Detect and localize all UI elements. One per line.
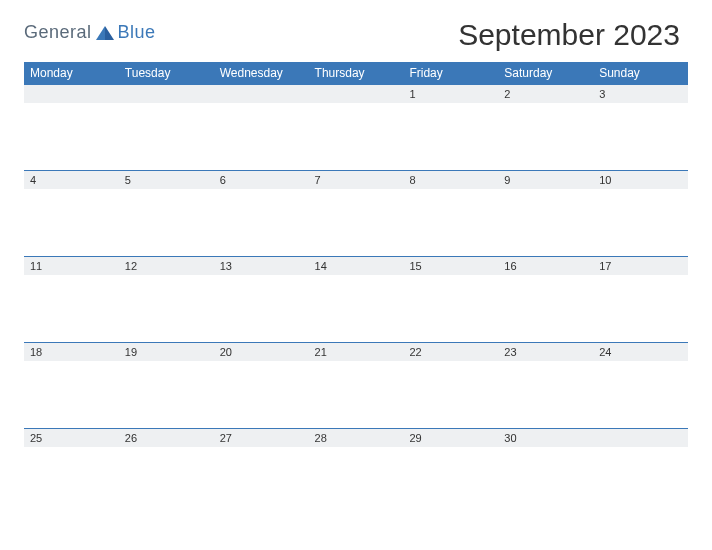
day-number <box>119 85 214 103</box>
day-cell: 14 <box>309 257 404 342</box>
day-number: 17 <box>593 257 688 275</box>
day-cell: 9 <box>498 171 593 256</box>
day-number: 15 <box>403 257 498 275</box>
day-number: 23 <box>498 343 593 361</box>
page-title: September 2023 <box>458 18 680 52</box>
day-number: 5 <box>119 171 214 189</box>
brand-name-1: General <box>24 22 92 43</box>
day-cell: 18 <box>24 343 119 428</box>
brand-logo: General Blue <box>24 22 156 43</box>
day-cell <box>214 85 309 170</box>
day-number: 13 <box>214 257 309 275</box>
day-cell: 13 <box>214 257 309 342</box>
header: General Blue September 2023 <box>24 18 688 52</box>
day-number: 21 <box>309 343 404 361</box>
day-header: Saturday <box>498 62 593 84</box>
day-number: 30 <box>498 429 593 447</box>
week-row: 25 26 27 28 29 30 <box>24 428 688 514</box>
day-cell: 7 <box>309 171 404 256</box>
day-number <box>214 85 309 103</box>
day-number: 8 <box>403 171 498 189</box>
day-number: 10 <box>593 171 688 189</box>
day-number: 16 <box>498 257 593 275</box>
week-row: 18 19 20 21 22 23 24 <box>24 342 688 428</box>
day-number: 29 <box>403 429 498 447</box>
day-number: 3 <box>593 85 688 103</box>
day-cell: 2 <box>498 85 593 170</box>
day-cell <box>593 429 688 514</box>
day-number: 20 <box>214 343 309 361</box>
day-cell: 28 <box>309 429 404 514</box>
day-cell: 11 <box>24 257 119 342</box>
day-cell: 19 <box>119 343 214 428</box>
day-cell: 10 <box>593 171 688 256</box>
day-cell <box>24 85 119 170</box>
day-cell: 3 <box>593 85 688 170</box>
day-number: 6 <box>214 171 309 189</box>
day-cell: 4 <box>24 171 119 256</box>
brand-name-2: Blue <box>118 22 156 43</box>
day-number: 27 <box>214 429 309 447</box>
day-cell: 1 <box>403 85 498 170</box>
day-cell: 17 <box>593 257 688 342</box>
day-cell: 20 <box>214 343 309 428</box>
day-cell: 29 <box>403 429 498 514</box>
day-cell: 23 <box>498 343 593 428</box>
day-cell: 26 <box>119 429 214 514</box>
day-number: 19 <box>119 343 214 361</box>
day-cell: 21 <box>309 343 404 428</box>
day-cell: 12 <box>119 257 214 342</box>
day-header: Tuesday <box>119 62 214 84</box>
day-number: 26 <box>119 429 214 447</box>
day-cell <box>119 85 214 170</box>
day-header: Monday <box>24 62 119 84</box>
day-header: Thursday <box>309 62 404 84</box>
day-cell: 16 <box>498 257 593 342</box>
day-number <box>24 85 119 103</box>
day-number: 9 <box>498 171 593 189</box>
day-cell: 25 <box>24 429 119 514</box>
day-number: 22 <box>403 343 498 361</box>
day-number <box>309 85 404 103</box>
day-number: 14 <box>309 257 404 275</box>
day-number: 24 <box>593 343 688 361</box>
day-cell: 6 <box>214 171 309 256</box>
day-cell: 15 <box>403 257 498 342</box>
day-header-row: Monday Tuesday Wednesday Thursday Friday… <box>24 62 688 84</box>
triangle-icon <box>96 26 114 40</box>
week-row: 11 12 13 14 15 16 17 <box>24 256 688 342</box>
day-cell: 8 <box>403 171 498 256</box>
day-number: 4 <box>24 171 119 189</box>
day-number: 2 <box>498 85 593 103</box>
day-cell <box>309 85 404 170</box>
week-row: 4 5 6 7 8 9 10 <box>24 170 688 256</box>
day-cell: 5 <box>119 171 214 256</box>
day-cell: 27 <box>214 429 309 514</box>
day-header: Wednesday <box>214 62 309 84</box>
day-number: 7 <box>309 171 404 189</box>
day-number: 12 <box>119 257 214 275</box>
day-cell: 24 <box>593 343 688 428</box>
day-number: 25 <box>24 429 119 447</box>
day-cell: 22 <box>403 343 498 428</box>
day-number: 28 <box>309 429 404 447</box>
day-cell: 30 <box>498 429 593 514</box>
day-number: 1 <box>403 85 498 103</box>
day-number: 18 <box>24 343 119 361</box>
calendar: Monday Tuesday Wednesday Thursday Friday… <box>24 62 688 514</box>
day-number <box>593 429 688 447</box>
week-row: 1 2 3 <box>24 84 688 170</box>
day-header: Sunday <box>593 62 688 84</box>
day-number: 11 <box>24 257 119 275</box>
day-header: Friday <box>403 62 498 84</box>
